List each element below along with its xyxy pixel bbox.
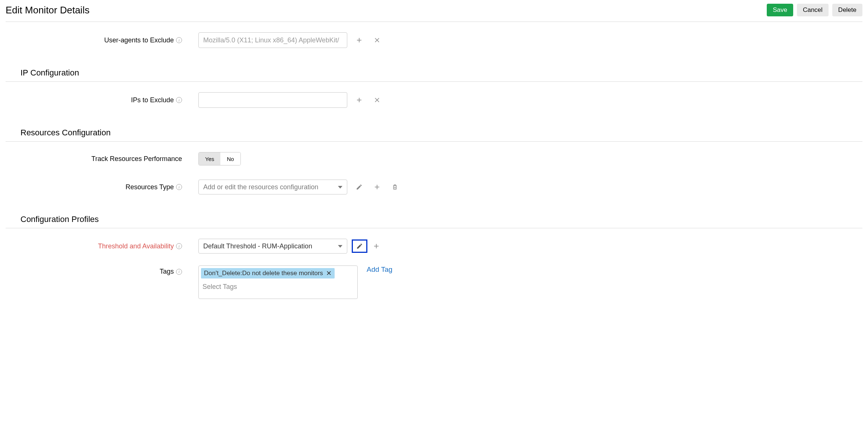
trash-icon[interactable] — [390, 183, 399, 191]
ips-exclude-row: IPs to Exclude i — [6, 88, 862, 112]
threshold-value: Default Threshold - RUM-Application — [203, 242, 312, 250]
user-agents-controls — [184, 32, 382, 48]
user-agents-input[interactable] — [198, 32, 347, 48]
ips-exclude-controls — [184, 92, 382, 108]
threshold-edit-highlight — [352, 239, 367, 253]
threshold-label-text: Threshold and Availability — [98, 242, 174, 250]
tags-placeholder: Select Tags — [201, 283, 239, 292]
track-resources-row: Track Resources Performance Yes No — [6, 148, 862, 169]
user-agents-label: User-agents to Exclude i — [6, 36, 184, 44]
plus-icon[interactable] — [355, 96, 364, 104]
add-tag-link[interactable]: Add Tag — [367, 265, 392, 274]
tags-row: Tags i Don't_Delete:Do not delete these … — [6, 257, 862, 303]
tag-chip: Don't_Delete:Do not delete these monitor… — [201, 268, 335, 278]
info-icon[interactable]: i — [176, 243, 182, 249]
header-buttons: Save Cancel Delete — [767, 4, 862, 16]
config-profiles-section-title: Configuration Profiles — [6, 212, 862, 228]
cancel-button[interactable]: Cancel — [797, 4, 829, 16]
ips-exclude-label-text: IPs to Exclude — [131, 96, 174, 104]
tags-label: Tags i — [6, 265, 184, 276]
ips-exclude-input[interactable] — [198, 92, 347, 108]
threshold-row: Threshold and Availability i Default Thr… — [6, 235, 862, 257]
chevron-down-icon — [338, 245, 342, 248]
pencil-icon[interactable] — [355, 183, 364, 191]
threshold-select[interactable]: Default Threshold - RUM-Application — [198, 239, 347, 254]
toggle-yes[interactable]: Yes — [199, 152, 220, 165]
toggle-no[interactable]: No — [220, 152, 240, 165]
plus-icon[interactable] — [373, 183, 382, 191]
threshold-label: Threshold and Availability i — [6, 242, 184, 250]
close-icon[interactable] — [373, 36, 382, 45]
delete-button[interactable]: Delete — [832, 4, 862, 16]
info-icon[interactable]: i — [176, 37, 182, 43]
threshold-controls: Default Threshold - RUM-Application — [184, 239, 381, 254]
resources-type-label: Resources Type i — [6, 183, 184, 191]
plus-icon[interactable] — [355, 36, 364, 45]
tags-input-container[interactable]: Don't_Delete:Do not delete these monitor… — [198, 265, 358, 299]
user-agents-label-text: User-agents to Exclude — [104, 36, 174, 44]
pencil-icon[interactable] — [355, 242, 364, 251]
resources-type-select[interactable]: Add or edit the resources configuration — [198, 180, 347, 194]
track-resources-label: Track Resources Performance — [6, 155, 184, 163]
save-button[interactable]: Save — [767, 4, 793, 16]
user-agents-row: User-agents to Exclude i — [6, 29, 862, 52]
track-resources-toggle: Yes No — [198, 152, 241, 165]
resources-type-icons — [355, 183, 399, 191]
close-icon[interactable] — [373, 96, 382, 104]
tag-chip-text: Don't_Delete:Do not delete these monitor… — [204, 270, 323, 277]
resources-type-label-text: Resources Type — [125, 183, 174, 191]
close-icon[interactable]: ✕ — [326, 270, 332, 277]
ips-exclude-icons — [355, 96, 382, 104]
track-resources-label-text: Track Resources Performance — [92, 155, 182, 163]
track-resources-controls: Yes No — [184, 152, 241, 165]
resources-type-placeholder: Add or edit the resources configuration — [203, 183, 318, 191]
resources-type-row: Resources Type i Add or edit the resourc… — [6, 176, 862, 198]
tags-label-text: Tags — [160, 268, 174, 276]
resources-type-controls: Add or edit the resources configuration — [184, 180, 399, 194]
info-icon[interactable]: i — [176, 184, 182, 190]
plus-icon[interactable] — [372, 242, 381, 251]
ips-exclude-label: IPs to Exclude i — [6, 96, 184, 104]
user-agents-icons — [355, 36, 382, 45]
tags-controls: Don't_Delete:Do not delete these monitor… — [184, 265, 392, 299]
page-title: Edit Monitor Details — [6, 4, 89, 16]
page-header: Edit Monitor Details Save Cancel Delete — [6, 4, 862, 22]
info-icon[interactable]: i — [176, 269, 182, 275]
chevron-down-icon — [338, 186, 342, 189]
resources-config-section-title: Resources Configuration — [6, 125, 862, 142]
info-icon[interactable]: i — [176, 97, 182, 103]
ip-config-section-title: IP Configuration — [6, 65, 862, 82]
